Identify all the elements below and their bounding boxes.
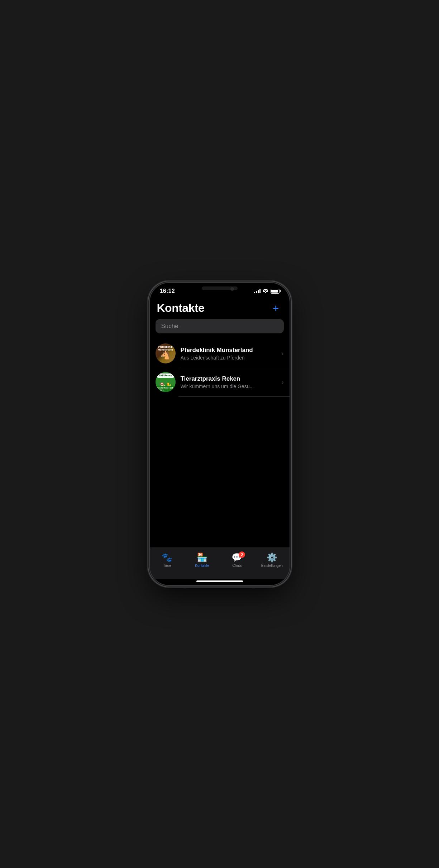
contact-item-tierarzt[interactable]: TAP Reken 🐕🐈 Praxis für Klein- und Haust… [150, 368, 290, 396]
home-indicator [196, 580, 243, 582]
tab-einstellungen-label: Einstellungen [261, 564, 283, 568]
add-contact-button[interactable]: + [269, 302, 282, 315]
paw-icon: 🐾 [162, 553, 172, 563]
tab-bar: 🐾 Tiere 🏪 Kontakte 💬 2 Chats ⚙️ [150, 548, 290, 579]
chats-badge: 2 [239, 551, 245, 558]
contact-description: Aus Leidenschaft zu Pferden [181, 355, 277, 361]
tab-tiere-icon-wrapper: 🐾 [162, 553, 172, 562]
tab-kontakte-label: Kontakte [195, 564, 209, 568]
signal-icon [254, 289, 261, 293]
store-icon: 🏪 [197, 553, 207, 563]
tab-tiere[interactable]: 🐾 Tiere [150, 551, 185, 569]
tab-kontakte[interactable]: 🏪 Kontakte [185, 551, 220, 569]
status-bar: 16:12 [150, 283, 290, 296]
contacts-list: PferdeklinikMünsterland 🐴 Pferdeklinik M… [150, 339, 290, 548]
tab-einstellungen-icon-wrapper: ⚙️ [267, 553, 277, 562]
tab-tiere-label: Tiere [163, 564, 171, 568]
contact-info-tierarzt: Tierarztpraxis Reken Wir kümmern uns um … [181, 375, 277, 389]
search-input[interactable]: Suche [156, 319, 284, 333]
search-container: Suche [150, 319, 290, 339]
avatar-tierarzt: TAP Reken 🐕🐈 Praxis für Klein- und Haust… [156, 372, 176, 392]
status-icons [254, 289, 280, 294]
contact-description: Wir kümmern uns um die Gesu... [181, 384, 277, 389]
tab-chats-icon-wrapper: 💬 2 [232, 553, 242, 562]
settings-icon: ⚙️ [267, 553, 277, 563]
contact-item-pferdeklinik[interactable]: PferdeklinikMünsterland 🐴 Pferdeklinik M… [150, 339, 290, 368]
battery-icon [271, 289, 280, 294]
avatar-pferdeklinik: PferdeklinikMünsterland 🐴 [156, 343, 176, 363]
plus-icon: + [273, 303, 279, 314]
chevron-right-icon: › [282, 378, 284, 386]
main-content: Kontakte + Suche PferdeklinikMünsterland [150, 296, 290, 548]
contact-info-pferdeklinik: Pferdeklinik Münsterland Aus Leidenschaf… [181, 347, 277, 361]
page-title: Kontakte [157, 302, 205, 315]
contact-name: Tierarztpraxis Reken [181, 375, 277, 382]
status-time: 16:12 [160, 288, 175, 294]
search-placeholder: Suche [161, 323, 178, 330]
chevron-right-icon: › [282, 350, 284, 357]
contact-name: Pferdeklinik Münsterland [181, 347, 277, 354]
tab-einstellungen[interactable]: ⚙️ Einstellungen [254, 551, 290, 569]
tab-chats-label: Chats [232, 564, 242, 568]
header: Kontakte + [150, 296, 290, 319]
wifi-icon [263, 289, 268, 293]
tab-kontakte-icon-wrapper: 🏪 [197, 553, 207, 562]
tab-chats[interactable]: 💬 2 Chats [220, 551, 255, 569]
